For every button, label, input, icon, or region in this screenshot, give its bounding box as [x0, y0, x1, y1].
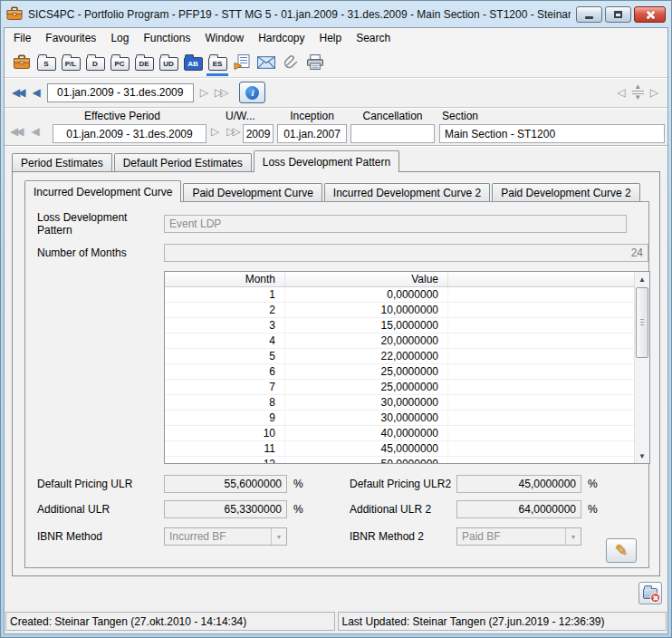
window-title: SICS4PC - Portfolio Program - PFP19 - ST…	[28, 8, 571, 21]
menu-hardcopy[interactable]: Hardcopy	[251, 30, 312, 46]
outer-tab-strip: Period Estimates Default Period Estimate…	[5, 150, 667, 171]
table-row[interactable]: 725,0000000	[165, 380, 634, 395]
section-header: Section	[442, 110, 478, 122]
menu-functions[interactable]: Functions	[136, 30, 197, 46]
menu-favourites[interactable]: Favourites	[38, 30, 103, 46]
edit-button[interactable]: ✎	[606, 538, 637, 563]
first-period-icon[interactable]: ◀◀	[10, 126, 24, 137]
incurred-development-curve-panel: Loss Development Pattern Event LDP Numbe…	[24, 201, 649, 568]
folder-ab-icon[interactable]: AB	[182, 50, 204, 75]
loss-development-pattern-panel: Incurred Development Curve Paid Developm…	[12, 171, 660, 576]
menu-bar: File Favourites Log Functions Window Har…	[5, 28, 667, 47]
table-row[interactable]: 1040,0000000	[165, 426, 634, 441]
additional-ulr-field: 65,3300000	[164, 500, 287, 518]
folder-ud-icon[interactable]: UD	[158, 50, 179, 75]
red-x-icon	[650, 593, 660, 603]
ibnr-method-select: Incurred BF ▼	[164, 527, 287, 546]
move-left-icon[interactable]: ◁	[618, 87, 626, 98]
uw-year-field[interactable]: 2009	[243, 124, 274, 143]
folder-pc-icon[interactable]: PC	[109, 50, 130, 75]
folder-d-icon[interactable]: D	[84, 50, 106, 75]
table-row[interactable]: 930,0000000	[165, 411, 634, 426]
tab-incurred-development-curve[interactable]: Incurred Development Curve	[24, 180, 181, 202]
section-field[interactable]: Main Section - ST1200	[439, 124, 665, 143]
menu-log[interactable]: Log	[103, 30, 136, 46]
table-row[interactable]: 625,0000000	[165, 364, 634, 380]
scroll-down-icon[interactable]: ▼	[635, 449, 649, 463]
effective-period-header: Effective Period	[41, 110, 204, 122]
table-row[interactable]: 315,0000000	[165, 318, 634, 334]
portfolio-briefcase-icon[interactable]	[11, 50, 33, 75]
menu-help[interactable]: Help	[312, 30, 349, 46]
next-record-icon[interactable]: ▷	[200, 87, 208, 98]
menu-file[interactable]: File	[6, 30, 38, 46]
tab-loss-development-pattern[interactable]: Loss Development Pattern	[254, 150, 399, 172]
tab-incurred-development-curve-2[interactable]: Incurred Development Curve 2	[324, 183, 490, 201]
ldp-field: Event LDP	[164, 215, 627, 233]
pencil-icon: ✎	[615, 541, 628, 560]
default-pricing-ulr2-label: Default Pricing ULR2	[350, 478, 456, 490]
folder-es-icon[interactable]: ES	[206, 50, 228, 75]
folder-pl-icon[interactable]: P/L	[60, 50, 82, 75]
inception-field[interactable]: 01.jan.2007	[277, 124, 347, 143]
inception-header: Inception	[277, 110, 347, 122]
number-of-months-field: 24	[164, 244, 648, 262]
close-folder-button[interactable]	[638, 582, 662, 604]
additional-ulr-label: Additional ULR	[37, 503, 164, 516]
report-icon[interactable]	[231, 50, 253, 75]
table-row[interactable]: 1145,0000000	[165, 441, 634, 457]
table-row[interactable]: 210,0000000	[165, 303, 634, 318]
table-row[interactable]: 830,0000000	[165, 395, 634, 411]
move-right-icon[interactable]: ▷	[650, 87, 658, 98]
next-period-icon[interactable]: ▷	[211, 126, 219, 137]
info-button[interactable]: i	[239, 82, 265, 103]
paperclip-icon[interactable]	[280, 50, 302, 75]
last-record-icon[interactable]: ▷▷	[215, 87, 228, 98]
tab-default-period-estimates[interactable]: Default Period Estimates	[114, 153, 252, 171]
table-scrollbar[interactable]: ▲ ▼	[634, 272, 649, 463]
value-column-header[interactable]: Value	[285, 272, 448, 286]
month-column-header[interactable]: Month	[165, 272, 285, 286]
close-icon	[645, 10, 655, 20]
previous-record-icon[interactable]: ◀	[32, 87, 40, 98]
envelope-icon[interactable]	[255, 50, 277, 75]
app-window: SICS4PC - Portfolio Program - PFP19 - ST…	[0, 0, 672, 638]
toolbar: S P/L D PC DE UD AB ES	[5, 47, 667, 78]
scrollbar-thumb[interactable]	[636, 287, 648, 358]
minimize-button[interactable]	[576, 6, 602, 23]
tab-paid-development-curve[interactable]: Paid Development Curve	[183, 183, 322, 201]
period-range-field[interactable]: 01.jan.2009 - 31.des.2009	[47, 83, 194, 102]
scroll-up-icon[interactable]: ▲	[635, 272, 649, 286]
menu-search[interactable]: Search	[349, 30, 398, 46]
close-button[interactable]	[634, 6, 666, 23]
default-pricing-ulr-label: Default Pricing ULR	[37, 478, 164, 490]
ldp-label: Loss Development Pattern	[37, 211, 164, 237]
last-updated-status: Last Updated: Steinar Tangen (27.jun.201…	[338, 612, 667, 631]
folder-s-icon[interactable]: S	[35, 50, 57, 75]
info-icon: i	[245, 86, 259, 100]
maximize-button[interactable]	[605, 6, 631, 23]
sort-splitter-icon[interactable]: ▲▼	[632, 84, 644, 101]
menu-window[interactable]: Window	[197, 30, 251, 46]
last-period-icon[interactable]: ▷▷	[226, 126, 240, 137]
ibnr-method2-select: Paid BF ▼	[456, 527, 581, 546]
table-header: Month Value	[165, 272, 634, 287]
table-row[interactable]: 10,0000000	[165, 287, 634, 303]
cancellation-field[interactable]	[350, 124, 435, 143]
default-pricing-ulr-field: 55,6000000	[164, 475, 287, 493]
tab-period-estimates[interactable]: Period Estimates	[12, 153, 112, 171]
table-row[interactable]: 420,0000000	[165, 334, 634, 349]
previous-period-icon[interactable]: ◀	[31, 126, 39, 137]
status-bar: Created: Steinar Tangen (27.okt.2010 - 1…	[5, 609, 667, 633]
cancellation-header: Cancellation	[350, 110, 435, 122]
additional-ulr2-label: Additional ULR 2	[350, 503, 456, 516]
table-row[interactable]: 1250,0000000	[165, 457, 634, 463]
table-row[interactable]: 522,0000000	[165, 349, 634, 364]
tab-paid-development-curve-2[interactable]: Paid Development Curve 2	[492, 183, 639, 201]
folder-de-icon[interactable]: DE	[133, 50, 155, 75]
app-briefcase-icon	[6, 6, 23, 24]
effective-period-field[interactable]: 01.jan.2009 - 31.des.2009	[53, 124, 206, 143]
printer-icon[interactable]	[304, 50, 326, 75]
ibnr-method2-label: IBNR Method 2	[350, 530, 456, 543]
first-record-icon[interactable]: ◀◀	[12, 87, 25, 98]
